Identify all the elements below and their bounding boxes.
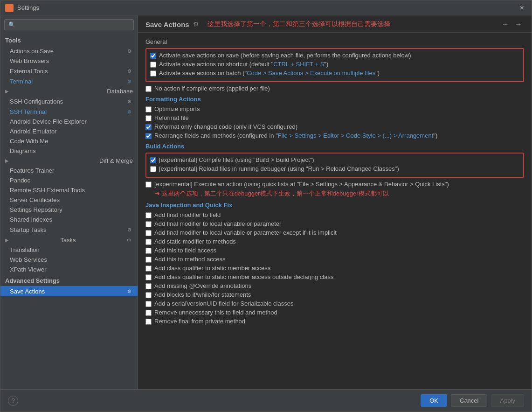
java-title: Java Inspection and Quick Fix — [145, 202, 524, 209]
settings-icon3: ⚙ — [125, 77, 133, 85]
checkbox-add-override: Add missing @Override annotations — [145, 282, 524, 289]
java-section: Java Inspection and Quick Fix Add final … — [145, 202, 524, 325]
checkbox-activate-save-on-save: Activate save actions on save (before sa… — [150, 52, 519, 59]
main-header: Save Actions ⚙ 这里我选择了第一个，第二和第三个选择可以根据自己需… — [138, 15, 532, 33]
settings-icon6: ⚙ — [125, 226, 133, 233]
settings-page-icon[interactable]: ⚙ — [193, 21, 199, 28]
build-section-box: [experimental] Compile files (using "Bui… — [145, 153, 524, 178]
checkbox-activate-batch: Activate save actions on batch ("Code > … — [150, 70, 519, 77]
sidebar-item-features-trainer[interactable]: Features Trainer — [0, 166, 138, 175]
checkbox-reformat-file-input[interactable] — [145, 115, 152, 121]
sidebar-item-translation[interactable]: Translation — [0, 245, 138, 255]
checkbox-add-this-method: Add this to method access — [145, 256, 524, 263]
ok-button[interactable]: OK — [421, 394, 447, 407]
checkbox-remove-final-input[interactable] — [145, 319, 152, 325]
checkbox-no-action-input[interactable] — [145, 86, 152, 92]
sidebar-item-code-with-me[interactable]: Code With Me — [0, 136, 138, 146]
page-title: Save Actions — [145, 21, 189, 28]
sidebar-item-settings-repo[interactable]: Settings Repository — [0, 205, 138, 215]
sidebar: 🔍 Tools Actions on Save ⚙ Web Browsers E… — [0, 15, 138, 389]
checkbox-add-override-input[interactable] — [145, 283, 152, 289]
expand-arrow-diff: ▶ — [5, 158, 9, 163]
checkbox-execute-action: [experimental] Execute an action (using … — [145, 181, 524, 188]
checkbox-optimize-imports: Optimize imports — [145, 105, 524, 112]
search-icon: 🔍 — [8, 21, 15, 28]
checkbox-execute-action-input[interactable] — [145, 182, 152, 188]
sidebar-item-ssh-configurations[interactable]: SSH Configurations ⚙ — [0, 96, 138, 106]
checkbox-activate-save-on-save-input[interactable] — [150, 53, 156, 59]
help-button[interactable]: ? — [8, 396, 18, 406]
sidebar-item-ssh-terminal[interactable]: SSH Terminal ⚙ — [0, 106, 138, 117]
settings-icon8: ⚙ — [125, 287, 133, 295]
sidebar-item-startup-tasks[interactable]: Startup Tasks ⚙ — [0, 224, 138, 235]
settings-icon7: ⚙ — [125, 236, 133, 244]
sidebar-item-server-certs[interactable]: Server Certificates — [0, 195, 138, 205]
nav-arrows: ← → — [500, 20, 524, 28]
checkbox-reformat-changed-input[interactable] — [145, 124, 152, 130]
sidebar-item-external-tools[interactable]: External Tools ⚙ — [0, 66, 138, 76]
search-box[interactable]: 🔍 — [4, 19, 134, 30]
checkbox-add-class-qualifier-outside-input[interactable] — [145, 274, 152, 280]
checkbox-reload-files-input[interactable] — [150, 166, 156, 172]
checkbox-add-blocks-input[interactable] — [145, 292, 152, 298]
sidebar-scroll: Tools Actions on Save ⚙ Web Browsers Ext… — [0, 34, 138, 389]
checkbox-add-final-field-input[interactable] — [145, 212, 152, 218]
checkbox-add-class-qualifier-outside: Add class qualifier to static member acc… — [145, 273, 524, 280]
sidebar-item-xpath-viewer[interactable]: XPath Viewer — [0, 265, 138, 274]
sidebar-item-diff-merge[interactable]: ▶ Diff & Merge — [0, 156, 138, 166]
nav-forward[interactable]: → — [513, 20, 524, 28]
footer-buttons: OK Cancel Apply — [421, 394, 524, 407]
sidebar-item-diagrams[interactable]: Diagrams — [0, 146, 138, 156]
checkbox-remove-final: Remove final from private method — [145, 318, 524, 325]
cancel-button[interactable]: Cancel — [451, 394, 487, 407]
checkbox-add-this-method-input[interactable] — [145, 257, 152, 263]
checkbox-add-serial-input[interactable] — [145, 301, 152, 307]
sidebar-item-remote-ssh[interactable]: Remote SSH External Tools — [0, 185, 138, 195]
sidebar-item-android-file-explorer[interactable]: Android Device File Explorer — [0, 117, 138, 126]
checkbox-activate-shortcut-input[interactable] — [150, 62, 156, 68]
main-panel: Save Actions ⚙ 这里我选择了第一个，第二和第三个选择可以根据自己需… — [138, 15, 532, 389]
footer: ? OK Cancel Apply — [0, 389, 532, 412]
sidebar-item-actions-on-save[interactable]: Actions on Save ⚙ — [0, 46, 138, 56]
checkbox-compile-files: [experimental] Compile files (using "Bui… — [150, 156, 519, 163]
sidebar-item-save-actions[interactable]: Save Actions ⚙ — [0, 286, 138, 296]
apply-button[interactable]: Apply — [491, 394, 524, 407]
checkbox-reformat-changed: Reformat only changed code (only if VCS … — [145, 123, 524, 130]
checkbox-reformat-file: Reformat file — [145, 114, 524, 121]
search-input[interactable] — [18, 21, 130, 28]
sidebar-item-android-emulator[interactable]: Android Emulator — [0, 126, 138, 136]
checkbox-remove-this-input[interactable] — [145, 310, 152, 316]
nav-back[interactable]: ← — [500, 20, 511, 28]
checkbox-activate-batch-input[interactable] — [150, 70, 156, 77]
settings-icon5: ⚙ — [125, 108, 133, 115]
checkbox-add-final-variable-input[interactable] — [145, 221, 152, 227]
checkbox-reload-files: [experimental] Reload files in running d… — [150, 165, 519, 172]
section-advanced-label: Advanced Settings — [0, 274, 138, 286]
sidebar-item-terminal[interactable]: Terminal ⚙ — [0, 76, 138, 86]
checkbox-add-this-field-input[interactable] — [145, 248, 152, 254]
sidebar-item-web-browsers[interactable]: Web Browsers — [0, 56, 138, 66]
sidebar-item-pandoc[interactable]: Pandoc — [0, 175, 138, 185]
checkbox-add-final-variable: Add final modifier to local variable or … — [145, 220, 524, 227]
checkbox-add-final-variable-except-input[interactable] — [145, 230, 152, 236]
close-button[interactable]: × — [517, 3, 527, 13]
checkbox-rearrange-fields-input[interactable] — [145, 133, 152, 139]
general-section-box: Activate save actions on save (before sa… — [145, 48, 524, 82]
checkbox-no-action: No action if compile errors (applied per… — [145, 85, 524, 92]
annotation-2: ➜ 这里两个选项，第二个只在debugger模式下生效，第一个正常和debugg… — [155, 189, 524, 198]
checkbox-add-class-qualifier: Add class qualifier to static member acc… — [145, 265, 524, 272]
formatting-title: Formatting Actions — [145, 96, 524, 103]
sidebar-item-tasks[interactable]: ▶ Tasks ⚙ — [0, 235, 138, 245]
checkbox-add-static-input[interactable] — [145, 239, 152, 245]
settings-icon2: ⚙ — [125, 67, 133, 75]
sidebar-item-database[interactable]: ▶ Database — [0, 86, 138, 96]
section-tools-label: Tools — [0, 34, 138, 46]
checkbox-add-class-qualifier-input[interactable] — [145, 265, 152, 272]
checkbox-add-blocks: Add blocks to if/while/for statements — [145, 291, 524, 298]
settings-window: Settings × 🔍 Tools Actions on Save ⚙ Web… — [0, 0, 532, 412]
checkbox-optimize-imports-input[interactable] — [145, 106, 152, 112]
sidebar-item-web-services[interactable]: Web Services — [0, 255, 138, 265]
sidebar-item-shared-indexes[interactable]: Shared Indexes — [0, 215, 138, 224]
checkbox-compile-files-input[interactable] — [150, 157, 156, 163]
checkbox-add-final-field: Add final modifier to field — [145, 211, 524, 218]
